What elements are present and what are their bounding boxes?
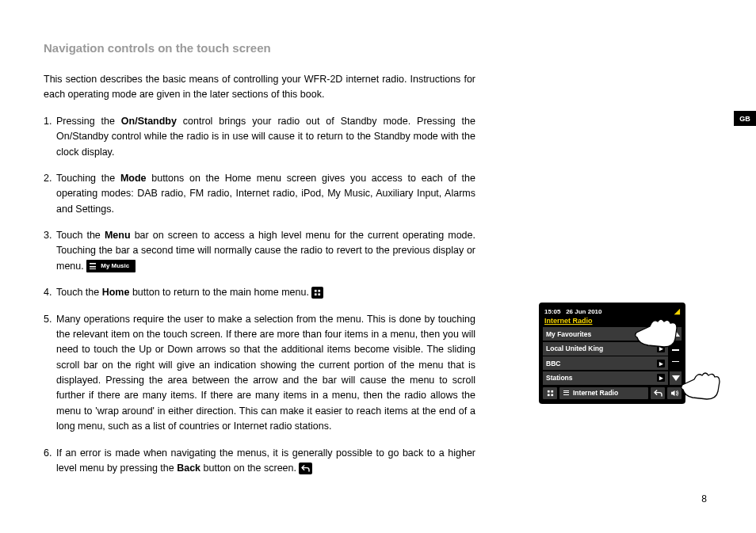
svg-rect-1 bbox=[319, 290, 321, 292]
clock-date: 26 Jun 2010 bbox=[566, 308, 601, 315]
step-number: 6. bbox=[44, 446, 52, 461]
scroll-down-button[interactable] bbox=[670, 371, 682, 385]
menu-item-label: BBC bbox=[546, 360, 560, 367]
intro-paragraph: This section describes the basic means o… bbox=[44, 72, 475, 103]
screen-title: Internet Radio bbox=[543, 316, 682, 327]
step-text-a: Touch the bbox=[56, 230, 105, 241]
my-music-chip: My Music bbox=[86, 260, 136, 272]
device-illustration: 15:05 26 Jun 2010 ◢ Internet Radio My Fa… bbox=[539, 303, 721, 404]
step-text-a: Touch the bbox=[56, 287, 102, 298]
svg-rect-3 bbox=[319, 294, 321, 296]
step-number: 3. bbox=[44, 228, 52, 243]
clock-time: 15:05 bbox=[544, 308, 560, 315]
svg-rect-2 bbox=[315, 294, 317, 296]
scroll-track[interactable] bbox=[670, 342, 682, 371]
step-text: Many operations require the user to make… bbox=[56, 314, 475, 432]
menu-list: My Favourites▸ Local United King▸ BBC▸ S… bbox=[543, 327, 668, 385]
page-heading: Navigation controls on the touch screen bbox=[44, 41, 712, 55]
bottom-back-button[interactable] bbox=[651, 387, 665, 399]
scroll-bar bbox=[670, 327, 682, 385]
home-bold: Home bbox=[102, 287, 130, 298]
svg-rect-6 bbox=[547, 394, 549, 396]
menu-item-favourites[interactable]: My Favourites▸ bbox=[543, 327, 668, 341]
home-icon bbox=[311, 287, 323, 299]
svg-rect-0 bbox=[315, 290, 317, 292]
step-3: 3. Touch the Menu bar on screen to acces… bbox=[44, 228, 475, 274]
menu-item-bbc[interactable]: BBC▸ bbox=[543, 356, 668, 370]
back-bold: Back bbox=[177, 463, 200, 474]
page-number: 8 bbox=[701, 493, 707, 504]
bottom-mode-button[interactable]: Internet Radio bbox=[559, 387, 648, 399]
menu-bars-icon bbox=[90, 263, 97, 269]
step-text-a: Pressing the bbox=[56, 116, 121, 127]
device-screen: 15:05 26 Jun 2010 ◢ Internet Radio My Fa… bbox=[539, 303, 685, 404]
wifi-icon: ◢ bbox=[674, 307, 680, 315]
chevron-right-icon: ▸ bbox=[657, 345, 665, 352]
step-number: 1. bbox=[44, 114, 52, 129]
menu-bars-icon bbox=[563, 390, 570, 396]
bottom-bar: Internet Radio bbox=[543, 386, 682, 400]
step-text-b: button on the screen. bbox=[200, 463, 299, 474]
step-number: 2. bbox=[44, 171, 52, 186]
bottom-volume-button[interactable] bbox=[667, 387, 682, 399]
triangle-down-icon bbox=[672, 375, 680, 381]
step-5: 5. Many operations require the user to m… bbox=[44, 312, 475, 435]
step-text-a: Touching the bbox=[56, 173, 120, 184]
svg-rect-5 bbox=[551, 390, 553, 392]
menu-item-label: My Favourites bbox=[546, 330, 591, 338]
pointing-hand-icon bbox=[680, 369, 724, 402]
language-tab-gb: GB bbox=[734, 111, 756, 126]
triangle-up-icon bbox=[672, 331, 680, 337]
step-text-b: button to return to the main home menu. bbox=[129, 287, 311, 298]
svg-rect-4 bbox=[547, 390, 549, 392]
step-6: 6. If an error is made when navigating t… bbox=[44, 446, 475, 477]
chevron-right-icon: ▸ bbox=[657, 330, 665, 338]
on-standby-bold: On/Standby bbox=[121, 116, 177, 127]
menu-item-label: Local United King bbox=[546, 345, 603, 352]
mode-bold: Mode bbox=[120, 173, 147, 184]
chevron-right-icon: ▸ bbox=[657, 374, 665, 382]
status-bar: 15:05 26 Jun 2010 ◢ bbox=[543, 306, 682, 316]
step-2: 2. Touching the Mode buttons on the Home… bbox=[44, 171, 475, 217]
instruction-list: 1. Pressing the On/Standby control bring… bbox=[44, 114, 475, 477]
svg-rect-7 bbox=[551, 394, 553, 396]
step-1: 1. Pressing the On/Standby control bring… bbox=[44, 114, 475, 160]
bottom-mode-label: Internet Radio bbox=[573, 389, 618, 397]
scroll-up-button[interactable] bbox=[670, 327, 682, 341]
step-number: 4. bbox=[44, 285, 52, 300]
step-4: 4. Touch the Home button to return to th… bbox=[44, 285, 475, 300]
menu-bold: Menu bbox=[105, 230, 131, 241]
step-number: 5. bbox=[44, 312, 52, 327]
bottom-home-button[interactable] bbox=[543, 387, 557, 399]
chevron-right-icon: ▸ bbox=[657, 360, 665, 367]
back-icon bbox=[299, 463, 312, 474]
chip-label: My Music bbox=[101, 261, 129, 271]
menu-item-local[interactable]: Local United King▸ bbox=[543, 342, 668, 356]
menu-item-stations[interactable]: Stations▸ bbox=[543, 371, 668, 385]
menu-item-label: Stations bbox=[546, 374, 573, 382]
